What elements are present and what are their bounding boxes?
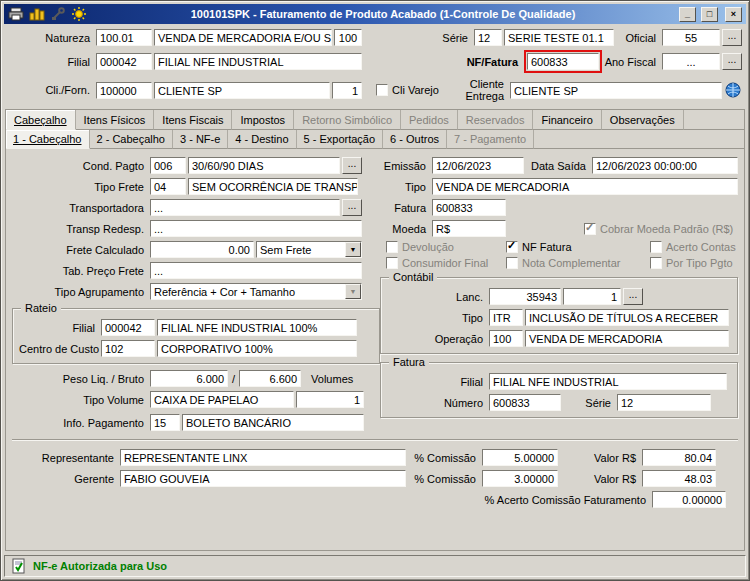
natureza-extra-field[interactable]: 100: [334, 29, 362, 46]
centro-custo-desc-field[interactable]: CORPORATIVO 100%: [157, 340, 357, 357]
status-message: NF-e Autorizada para Uso: [33, 560, 167, 572]
tipo-frete-desc-field[interactable]: SEM OCORRÊNCIA DE TRANSPORTE: [188, 178, 358, 195]
contabil-tipo-code-field[interactable]: ITR: [489, 309, 523, 326]
oficial-browse-button[interactable]: ...: [722, 29, 742, 46]
rateio-group-title: Rateio: [21, 302, 61, 315]
printer-icon[interactable]: [8, 6, 24, 22]
subtab-1-cabecalho[interactable]: 1 - Cabeçalho: [6, 130, 90, 149]
transportadora-browse-button[interactable]: ...: [342, 199, 362, 216]
operacao-desc-field[interactable]: VENDA DE MERCADORIA: [525, 330, 729, 347]
tipo-volume-field[interactable]: CAIXA DE PAPELAO: [150, 391, 294, 408]
por-tipo-pgto-label: Por Tipo Pgto: [666, 257, 733, 269]
check-icon: ✓: [507, 239, 516, 252]
minimize-button[interactable]: _: [679, 7, 696, 22]
cond-pagto-browse-button[interactable]: ...: [342, 157, 362, 174]
representante-valor-field[interactable]: 80.04: [642, 449, 716, 466]
maximize-button[interactable]: □: [701, 7, 718, 22]
cli-forn-desc-field[interactable]: CLIENTE SP: [154, 82, 330, 99]
subtab-5-exportacao[interactable]: 5 - Exportação: [297, 130, 384, 149]
fatura-label: Fatura: [380, 202, 430, 214]
acerto-comissao-field[interactable]: 0.00000: [652, 491, 726, 508]
ano-fiscal-field[interactable]: ...: [662, 53, 720, 70]
document-check-icon: [11, 558, 27, 574]
subtab-4-destino[interactable]: 4 - Destino: [228, 130, 296, 149]
lanc-seq-field[interactable]: 1: [563, 288, 621, 305]
devolucao-label: Devolução: [402, 241, 454, 253]
representante-comissao-field[interactable]: 5.00000: [482, 449, 558, 466]
main-tab-strip: Cabeçalho Itens Físicos Itens Fiscais Im…: [6, 110, 744, 130]
representante-label: Representante: [12, 452, 118, 464]
tipo-agrupamento-dropdown[interactable]: Referência + Cor + Tamanho ▼: [150, 283, 362, 300]
nf-fatura-label: NF/Fatura: [464, 56, 522, 68]
moeda-field[interactable]: R$: [432, 220, 506, 237]
chevron-down-icon[interactable]: ▼: [345, 242, 361, 257]
contabil-groupbox: Contábil Lanc. 35943 1 ... Tipo ITR INCL…: [380, 277, 738, 354]
nf-fatura-checkbox[interactable]: ✓ NF Fatura: [506, 241, 648, 253]
cli-forn-code-field[interactable]: 100000: [96, 82, 152, 99]
cli-forn-seq-field[interactable]: 1: [332, 82, 362, 99]
serie-code-field[interactable]: 12: [474, 29, 502, 46]
cobrar-moeda-checkbox: ✓ Cobrar Moeda Padrão (R$): [584, 223, 733, 235]
tipo-frete-code-field[interactable]: 04: [150, 178, 186, 195]
gerente-comissao-field[interactable]: 3.00000: [482, 470, 558, 487]
operacao-code-field[interactable]: 100: [489, 330, 523, 347]
filial-code-field[interactable]: 000042: [96, 53, 152, 70]
tab-impostos[interactable]: Impostos: [232, 110, 294, 130]
frete-calculado-field[interactable]: 0.00: [150, 241, 254, 258]
info-pagamento-desc-field[interactable]: BOLETO BANCÁRIO: [182, 414, 364, 431]
volumes-label: Volumes: [311, 373, 353, 385]
rateio-filial-code-field[interactable]: 000042: [101, 319, 155, 336]
close-button[interactable]: ×: [725, 7, 742, 22]
subtab-2-cabecalho[interactable]: 2 - Cabeçalho: [90, 130, 174, 149]
tab-cabecalho[interactable]: Cabeçalho: [6, 110, 76, 130]
volumes-qty-field[interactable]: 1: [296, 391, 364, 408]
transp-redesp-field[interactable]: ...: [150, 220, 362, 237]
lanc-browse-button[interactable]: ...: [623, 288, 643, 305]
oficial-field[interactable]: 55: [662, 29, 720, 46]
representante-field[interactable]: REPRESENTANTE LINX: [120, 449, 406, 466]
serie-desc-field[interactable]: SERIE TESTE 01.1: [504, 29, 614, 46]
filial-desc-field[interactable]: FILIAL NFE INDUSTRIAL: [154, 53, 362, 70]
cond-pagto-desc-field[interactable]: 30/60/90 DIAS: [188, 157, 340, 174]
gerente-valor-field[interactable]: 48.03: [642, 470, 716, 487]
contabil-tipo-label: Tipo: [387, 312, 487, 324]
cond-pagto-code-field[interactable]: 006: [150, 157, 186, 174]
contabil-tipo-desc-field[interactable]: INCLUSÃO DE TÍTULOS A RECEBER: [525, 309, 729, 326]
money-icon[interactable]: [29, 6, 45, 22]
info-pagamento-code-field[interactable]: 15: [150, 414, 180, 431]
tab-itens-fisicos[interactable]: Itens Físicos: [76, 110, 155, 130]
tab-observacoes[interactable]: Observações: [602, 110, 684, 130]
natureza-desc-field[interactable]: VENDA DE MERCADORIA E/OU SERVI: [154, 29, 332, 46]
tab-preco-frete-field[interactable]: ...: [150, 262, 362, 279]
centro-custo-code-field[interactable]: 102: [101, 340, 155, 357]
tipo-field[interactable]: VENDA DE MERCADORIA: [432, 178, 738, 195]
cliente-entrega-field[interactable]: CLIENTE SP: [510, 82, 722, 99]
fatura-serie-field[interactable]: 12: [617, 394, 711, 411]
lanc-field[interactable]: 35943: [489, 288, 561, 305]
sun-icon[interactable]: [71, 6, 87, 22]
emissao-field[interactable]: 12/06/2023: [432, 157, 524, 174]
contabil-group-title: Contábil: [389, 271, 437, 284]
globe-icon[interactable]: [724, 81, 742, 99]
gerente-field[interactable]: FABIO GOUVEIA: [120, 470, 406, 487]
natureza-code-field[interactable]: 100.01: [96, 29, 152, 46]
ano-fiscal-browse-button[interactable]: ...: [722, 53, 742, 70]
rateio-filial-desc-field[interactable]: FILIAL NFE INDUSTRIAL 100%: [157, 319, 357, 336]
transportadora-field[interactable]: ...: [150, 199, 340, 216]
lanc-label: Lanc.: [387, 291, 487, 303]
peso-liquido-field[interactable]: 6.000: [150, 370, 228, 387]
fatura-field[interactable]: 600833: [432, 199, 506, 216]
data-saida-field[interactable]: 12/06/2023 00:00:00: [592, 157, 738, 174]
frete-tipo-dropdown[interactable]: Sem Frete ▼: [256, 241, 362, 258]
tab-itens-fiscais[interactable]: Itens Fiscais: [154, 110, 232, 130]
numero-field[interactable]: 600833: [489, 394, 561, 411]
peso-bruto-field[interactable]: 6.600: [239, 370, 301, 387]
wrench-icon[interactable]: [50, 6, 66, 22]
tab-financeiro[interactable]: Financeiro: [533, 110, 601, 130]
nf-fatura-field[interactable]: 600833: [527, 53, 599, 70]
nf-fatura-highlight: 600833: [524, 50, 602, 73]
cli-varejo-checkbox[interactable]: Cli Varejo: [376, 84, 439, 96]
subtab-6-outros[interactable]: 6 - Outros: [383, 130, 447, 149]
subtab-3-nfe[interactable]: 3 - NF-e: [173, 130, 228, 149]
fatura-filial-field[interactable]: FILIAL NFE INDUSTRIAL: [489, 373, 727, 390]
